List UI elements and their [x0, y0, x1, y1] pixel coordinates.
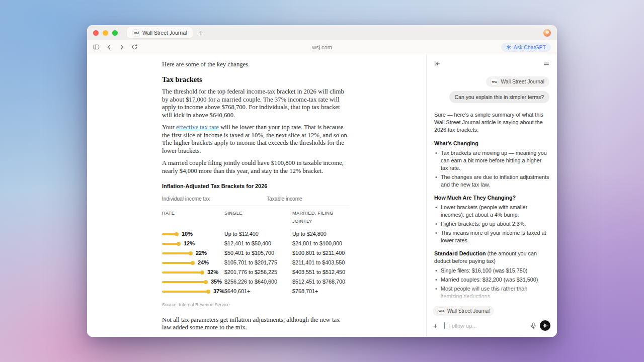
zoom-window-button[interactable] — [112, 30, 118, 36]
married-range: $768,701+ — [292, 288, 349, 296]
assistant-bullet: •The changes are due to inflation adjust… — [434, 173, 549, 189]
single-range: $640,601+ — [224, 288, 292, 296]
column-header-rate: RATE — [162, 210, 224, 225]
chat-conversation[interactable]: WSJ Wall Street Journal Can you explain … — [427, 73, 557, 303]
article-heading-tax-brackets: Tax brackets — [162, 76, 349, 84]
assistant-bullet: •Most people will use this rather than i… — [434, 285, 549, 300]
tab-title: Wall Street Journal — [142, 30, 187, 36]
chat-options-icon[interactable] — [543, 60, 550, 67]
chart-subtitle-left: Individual income tax — [162, 195, 267, 203]
rate-bar — [162, 252, 191, 254]
wsj-chip-icon: WSJ — [438, 308, 444, 314]
single-range: $12,401 to $50,400 — [224, 240, 292, 248]
rate-bar — [162, 291, 209, 293]
single-range: $201,776 to $256,225 — [224, 268, 292, 277]
single-range: $256,226 to $640,600 — [224, 278, 292, 286]
reload-icon[interactable] — [131, 44, 138, 50]
tax-table-row: 37%$640,601+$768,701+ — [162, 287, 349, 296]
wsj-chip-icon: WSJ — [491, 78, 498, 85]
article-paragraph: A married couple filing jointly could ha… — [162, 159, 349, 175]
rate-label: 22% — [196, 249, 207, 257]
tax-table-row: 10%Up to $12,400Up to $24,800 — [162, 229, 349, 239]
tax-table-row: 22%$50,401 to $105,700$100,801 to $211,4… — [162, 248, 349, 258]
tab-sidebar-icon[interactable] — [93, 44, 100, 50]
article-paragraph: The child tax credit is now subject to a… — [162, 336, 349, 337]
married-range: $24,801 to $100,800 — [292, 240, 349, 248]
chart-divider — [162, 206, 349, 206]
article-paragraph: Here are some of the key changes. — [162, 61, 349, 69]
assistant-bullet: •Single filers: $16,100 (was $15,750) — [434, 267, 549, 275]
wsj-favicon-icon: WSJ — [133, 30, 139, 36]
page-context-chip[interactable]: WSJ Wall Street Journal — [486, 76, 549, 87]
tax-table-row: 12%$12,401 to $50,400$24,801 to $100,800 — [162, 239, 349, 248]
married-range: $100,801 to $211,400 — [292, 249, 349, 257]
assistant-section-heading: Standard Deduction (the amount you can d… — [434, 250, 549, 265]
close-window-button[interactable] — [93, 30, 99, 36]
chart-title: Inflation-Adjusted Tax Brackets for 2026 — [162, 183, 349, 191]
single-range: $105,701 to $201,775 — [224, 259, 292, 267]
forward-icon[interactable] — [119, 44, 125, 50]
rate-bar — [162, 233, 177, 235]
collapse-sidebar-icon[interactable] — [434, 60, 441, 67]
paragraph-text: Your — [162, 124, 176, 131]
rate-label: 10% — [182, 230, 193, 238]
profile-avatar[interactable] — [543, 29, 551, 37]
column-header-married: MARRIED, FILING JOINTLY — [292, 210, 349, 225]
chat-header — [427, 54, 557, 73]
tax-table-header: RATE SINGLE MARRIED, FILING JOINTLY — [162, 210, 349, 225]
composer-chip-label: Wall Street Journal — [447, 308, 490, 314]
article-pane: Here are some of the key changes. Tax br… — [87, 54, 426, 337]
microphone-button[interactable] — [530, 322, 536, 329]
tax-table-row: 24%$105,701 to $201,775$211,401 to $403,… — [162, 258, 349, 267]
tax-table-row: 32%$201,776 to $256,225$403,551 to $512,… — [162, 267, 349, 277]
browser-toolbar: wsj.com Ask ChatGPT — [87, 40, 557, 54]
rate-bar — [162, 262, 193, 264]
tax-table-row: 35%$256,226 to $640,600$512,451 to $768,… — [162, 277, 349, 287]
rate-bar — [162, 281, 206, 283]
browser-tab[interactable]: WSJ Wall Street Journal — [127, 27, 193, 38]
assistant-bullet: •Married couples: $32,200 (was $31,500) — [434, 276, 549, 284]
ask-chatgpt-button[interactable]: Ask ChatGPT — [501, 43, 551, 52]
rate-bar — [162, 243, 179, 245]
address-bar[interactable]: wsj.com — [87, 44, 557, 50]
married-range: Up to $24,800 — [292, 230, 349, 238]
rate-label: 35% — [211, 278, 222, 286]
context-chip-label: Wall Street Journal — [501, 79, 544, 84]
composer-context-chip[interactable]: WSJ Wall Street Journal — [433, 306, 494, 316]
article-body: Here are some of the key changes. Tax br… — [162, 61, 349, 337]
window-content: Here are some of the key changes. Tax br… — [87, 54, 557, 337]
tax-brackets-chart: Inflation-Adjusted Tax Brackets for 2026… — [162, 183, 349, 309]
openai-logo-icon — [506, 45, 511, 50]
voice-mode-button[interactable] — [540, 320, 550, 331]
rate-label: 37% — [213, 288, 224, 296]
assistant-section-heading: What’s Changing — [434, 140, 549, 147]
assistant-sections: What’s Changing•Tax brackets are moving … — [434, 140, 549, 303]
assistant-bullet: •Higher brackets: go up about 2.3%. — [434, 220, 549, 228]
effective-tax-rate-link[interactable]: effective tax rate — [176, 124, 219, 131]
assistant-bullet: •Lower brackets (people with smaller inc… — [434, 204, 549, 219]
married-range: $211,401 to $403,550 — [292, 259, 349, 267]
married-range: $403,551 to $512,450 — [292, 268, 349, 277]
chart-subtitles: Individual income tax Taxable income — [162, 195, 349, 203]
assistant-intro: Sure — here’s a simple summary of what t… — [434, 111, 549, 134]
new-tab-button[interactable]: + — [199, 29, 203, 36]
rate-label: 12% — [184, 240, 195, 248]
back-icon[interactable] — [106, 44, 112, 50]
rate-bar — [162, 272, 203, 274]
tax-table-rows: 10%Up to $12,400Up to $24,80012%$12,401 … — [162, 229, 349, 296]
chatgpt-sidebar: WSJ Wall Street Journal Can you explain … — [426, 54, 557, 337]
window-titlebar: WSJ Wall Street Journal + — [87, 25, 557, 40]
text-cursor — [444, 322, 445, 329]
ask-chatgpt-label: Ask ChatGPT — [514, 44, 546, 50]
assistant-bullet: •This means more of your income is taxed… — [434, 229, 549, 244]
minimize-window-button[interactable] — [103, 30, 108, 36]
assistant-section-heading: How Much Are They Changing? — [434, 194, 549, 202]
assistant-message: Sure — here’s a simple summary of what t… — [434, 111, 549, 303]
article-paragraph: Your effective tax rate will be lower th… — [162, 124, 349, 155]
chat-input[interactable]: Follow up... — [448, 323, 527, 329]
single-range: $50,401 to $105,700 — [224, 249, 292, 257]
married-range: $512,451 to $768,700 — [292, 278, 349, 286]
column-header-single: SINGLE — [224, 210, 292, 225]
rate-label: 32% — [207, 268, 218, 277]
add-attachment-button[interactable]: + — [433, 322, 438, 329]
